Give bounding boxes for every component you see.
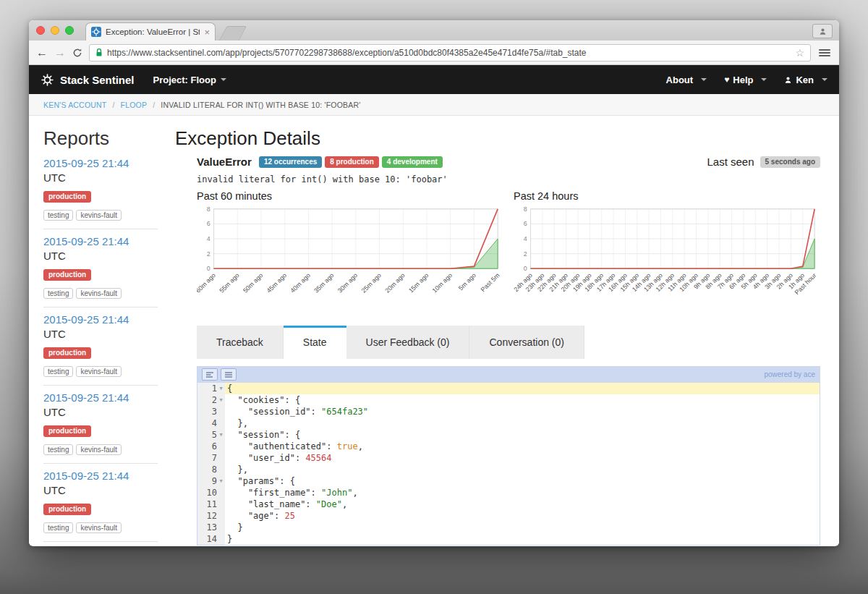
align-left-icon[interactable]: [202, 368, 218, 381]
code-text[interactable]: "session": {: [225, 429, 820, 441]
tab-title: Exception: ValueError | Sta: [106, 27, 200, 36]
token: "654fa23": [321, 407, 368, 417]
tab-state[interactable]: State: [284, 326, 346, 359]
breadcrumb-separator: /: [112, 101, 114, 109]
gutter-cell: 13: [197, 522, 225, 533]
svg-text:40m ago: 40m ago: [289, 271, 311, 294]
svg-text:5m ago: 5m ago: [457, 271, 477, 292]
gutter-cell: 8: [197, 464, 225, 475]
report-item: 2015-09-25 21:44UTCproductiontestingkevi…: [43, 386, 174, 464]
line-number: 13: [207, 522, 217, 533]
token: "John": [321, 488, 352, 498]
code-line[interactable]: 4 },: [197, 417, 820, 429]
browser-profile-button[interactable]: [812, 24, 833, 38]
code-line[interactable]: 1▼{: [197, 383, 820, 394]
browser-menu-icon[interactable]: [817, 48, 832, 58]
token: },: [227, 418, 248, 428]
last-seen: Last seen 5 seconds ago: [707, 156, 820, 168]
code-line[interactable]: 12 "age": 25: [197, 510, 820, 522]
brand-logo[interactable]: Stack Sentinel: [41, 73, 135, 87]
user-dropdown[interactable]: Ken: [784, 75, 827, 85]
token: }: [227, 522, 243, 533]
report-item: 2015-09-25 21:44UTCproductiontestingkevi…: [43, 151, 174, 229]
code-line[interactable]: 5▼ "session": {: [197, 429, 820, 441]
code-text[interactable]: "authenticated": true,: [225, 441, 820, 452]
code-line[interactable]: 14}: [197, 533, 820, 545]
address-bar[interactable]: https://www.stacksentinel.com/app/projec…: [89, 44, 811, 61]
browser-tab[interactable]: Exception: ValueError | Sta ×: [85, 22, 216, 41]
report-date-link[interactable]: 2015-09-25 21:44: [43, 313, 129, 326]
code-text[interactable]: "cookies": {: [225, 394, 820, 406]
bookmark-star-icon[interactable]: ☆: [795, 47, 804, 59]
user-label: Ken: [796, 75, 814, 85]
code-text[interactable]: "session_id": "654fa23": [225, 406, 820, 417]
environment-badge: production: [43, 504, 91, 515]
code-text[interactable]: "last_name": "Doe",: [225, 498, 820, 510]
report-list: 2015-09-25 21:44UTCproductiontestingkevi…: [43, 151, 174, 546]
lock-icon[interactable]: [95, 48, 103, 57]
code-text[interactable]: },: [225, 464, 820, 475]
desktop-background: Exception: ValueError | Sta × ← → https:…: [0, 0, 868, 594]
code-text[interactable]: }: [225, 522, 820, 533]
fold-arrow-icon[interactable]: ▼: [217, 429, 225, 441]
code-text[interactable]: "first_name": "John",: [225, 487, 820, 498]
code-text[interactable]: {: [225, 383, 820, 394]
tab-traceback[interactable]: Traceback: [197, 326, 284, 359]
code-area[interactable]: 1▼{2▼ "cookies": {3 "session_id": "654fa…: [197, 383, 820, 545]
tab-user-feedback-0[interactable]: User Feedback (0): [346, 326, 470, 359]
report-date-link[interactable]: 2015-09-25 21:44: [43, 391, 129, 404]
code-text[interactable]: "age": 25: [225, 510, 820, 522]
forward-button[interactable]: →: [54, 47, 66, 59]
about-dropdown[interactable]: About: [666, 75, 707, 85]
fold-arrow-icon[interactable]: ▼: [217, 383, 225, 394]
back-button[interactable]: ←: [36, 47, 48, 59]
svg-text:35m ago: 35m ago: [312, 271, 335, 294]
report-date-link[interactable]: 2015-09-25 21:44: [43, 235, 129, 247]
fold-arrow-icon[interactable]: ▼: [217, 394, 225, 406]
code-line[interactable]: 3 "session_id": "654fa23": [197, 406, 820, 417]
exception-detail: ValueError 12 occurrences8 production4 d…: [175, 156, 820, 546]
report-item: 2015-09-25 21:44UTCproductiontestingkevi…: [43, 542, 174, 546]
report-date-link[interactable]: 2015-09-25 21:44: [43, 470, 129, 482]
code-text[interactable]: },: [225, 417, 820, 429]
code-line[interactable]: 2▼ "cookies": {: [197, 394, 820, 406]
report-date-link[interactable]: 2015-09-25 21:44: [43, 157, 129, 169]
report-timezone: UTC: [43, 250, 174, 262]
project-dropdown[interactable]: Project: Floop: [153, 75, 226, 85]
reload-button[interactable]: [72, 48, 82, 58]
breadcrumb-item[interactable]: KEN'S ACCOUNT: [43, 101, 106, 109]
window-close-button[interactable]: [36, 26, 45, 35]
ace-editor: powered by ace 1▼{2▼ "cookies": {3 "sess…: [197, 366, 820, 546]
report-tags: testingkevins-fault: [43, 364, 174, 377]
help-dropdown[interactable]: ♥ Help: [724, 75, 767, 85]
tab-close-icon[interactable]: ×: [204, 27, 210, 37]
code-line[interactable]: 13 }: [197, 522, 820, 533]
window-minimize-button[interactable]: [51, 26, 59, 35]
token: ,: [358, 441, 363, 451]
breadcrumb-item[interactable]: FLOOP: [121, 101, 148, 109]
gutter-cell: 5▼: [197, 429, 225, 441]
svg-text:Past 5m: Past 5m: [480, 271, 501, 293]
window-zoom-button[interactable]: [65, 26, 74, 35]
tag-chip: testing: [43, 522, 73, 533]
code-text[interactable]: }: [225, 533, 820, 545]
code-text[interactable]: "params": {: [225, 475, 820, 487]
report-tags: testingkevins-fault: [43, 520, 174, 533]
report-badge-row: production: [43, 267, 174, 281]
fold-arrow-icon[interactable]: ▼: [217, 475, 225, 487]
code-line[interactable]: 10 "first_name": "John",: [197, 487, 820, 498]
align-justify-icon[interactable]: [221, 368, 237, 381]
svg-text:8: 8: [207, 205, 210, 213]
code-text[interactable]: "user_id": 45564: [225, 452, 820, 464]
line-number: 7: [212, 452, 217, 464]
code-line[interactable]: 9▼ "params": {: [197, 475, 820, 487]
tab-conversation-0[interactable]: Conversation (0): [469, 326, 584, 359]
new-tab-button[interactable]: [219, 26, 247, 41]
line-number: 14: [207, 533, 217, 545]
code-line[interactable]: 8 },: [197, 464, 820, 475]
gutter-cell: 12: [197, 510, 225, 522]
code-line[interactable]: 6 "authenticated": true,: [197, 441, 820, 452]
exception-message: invalid literal for int() with base 10: …: [197, 174, 820, 184]
code-line[interactable]: 7 "user_id": 45564: [197, 452, 820, 464]
code-line[interactable]: 11 "last_name": "Doe",: [197, 498, 820, 510]
